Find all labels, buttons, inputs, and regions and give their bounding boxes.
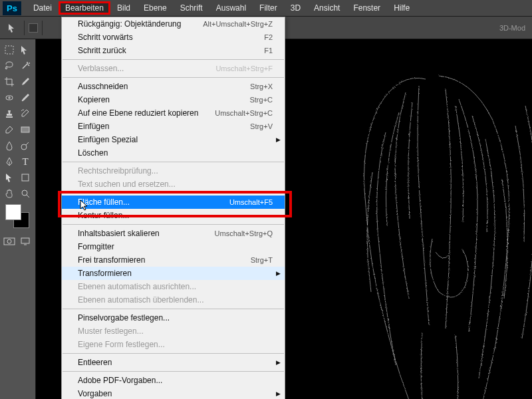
menu-image[interactable]: Bild [110,1,137,15]
menu-copy-merged[interactable]: Auf eine Ebene reduziert kopierenUmschal… [62,106,285,120]
chevron-right-icon: ▶ [276,359,281,366]
separator [63,224,284,225]
shape-tool-icon[interactable] [17,170,33,186]
menu-purge[interactable]: Entleeren▶ [62,356,285,369]
edit-menu-dropdown: Rückgängig: ObjektänderungAlt+Umschalt+S… [61,17,285,399]
menu-auto-blend: Ebenen automatisch überblenden... [62,293,285,307]
menu-paste[interactable]: EinfügenStrg+V [62,120,285,133]
menu-paste-special[interactable]: Einfügen Spezial▶ [62,133,285,146]
move-tool-icon[interactable] [5,21,20,35]
menu-filter[interactable]: Filter [253,1,284,15]
hand-tool-icon[interactable] [1,186,17,201]
svg-point-5 [22,190,27,196]
menu-step-backward[interactable]: Schritt zurückF1 [62,44,285,57]
menu-fade: Verblassen...Umschalt+Strg+F [62,62,285,75]
pen-tool-icon[interactable] [1,154,17,170]
svg-rect-8 [21,238,29,243]
color-swatches[interactable] [5,204,30,231]
eyedropper-tool-icon[interactable] [17,74,33,90]
brush-tool-icon[interactable] [17,90,33,106]
menu-clear[interactable]: Löschen [62,146,285,160]
menu-define-shape: Eigene Form festlegen... [62,338,285,351]
svg-point-7 [7,239,11,243]
type-tool-icon[interactable]: T [17,154,33,170]
chevron-right-icon: ▶ [276,136,281,143]
menu-layer[interactable]: Ebene [137,1,174,15]
menu-content-aware-scale[interactable]: Inhaltsbasiert skalierenUmschalt+Strg+Q [62,227,285,240]
auto-select-checkbox[interactable] [29,23,38,33]
menu-step-forward[interactable]: Schritt vorwärtsF2 [62,31,285,44]
document-image [306,39,532,399]
svg-rect-2 [21,127,29,132]
tools-panel: T [0,39,36,399]
menu-cut[interactable]: AusschneidenStrg+X [62,80,285,93]
svg-rect-4 [22,174,29,181]
menu-free-transform[interactable]: Frei transformierenStrg+T [62,253,285,267]
separator [42,21,43,35]
svg-point-3 [21,144,27,150]
separator [63,59,284,60]
menu-define-brush[interactable]: Pinselvorgabe festlegen... [62,311,285,325]
wand-tool-icon[interactable] [17,58,33,74]
menu-file[interactable]: Datei [27,1,59,15]
marquee-tool-icon[interactable] [1,42,17,58]
menu-presets[interactable]: Vorgaben▶ [62,387,285,399]
app-badge: Ps [3,1,21,15]
menu-stroke[interactable]: Kontur füllen... [62,209,285,222]
crop-tool-icon[interactable] [1,74,17,90]
menu-puppet-warp[interactable]: Formgitter [62,240,285,253]
svg-rect-0 [5,46,13,54]
menu-help[interactable]: Hilfe [387,1,416,15]
separator [24,21,25,35]
menu-copy[interactable]: KopierenStrg+C [62,93,285,106]
separator [63,193,284,194]
eraser-tool-icon[interactable] [1,122,17,138]
blur-tool-icon[interactable] [1,138,17,154]
screenmode-icon[interactable] [17,233,33,249]
menu-window[interactable]: Fenster [346,1,387,15]
separator [63,77,284,78]
separator [63,371,284,372]
menu-find-replace: Text suchen und ersetzen... [62,178,285,191]
menu-fill[interactable]: Fläche füllen...Umschalt+F5 [62,196,285,209]
menu-edit[interactable]: Bearbeiten [59,1,110,15]
mode-label: 3D-Mod [499,24,525,32]
chevron-right-icon: ▶ [276,390,281,397]
quickmask-icon[interactable] [1,233,17,249]
healing-tool-icon[interactable] [1,90,17,106]
foreground-color-swatch[interactable] [5,204,21,220]
lasso-tool-icon[interactable] [1,58,17,74]
zoom-tool-icon[interactable] [17,186,33,201]
menu-auto-align: Ebenen automatisch ausrichten... [62,280,285,293]
menu-undo[interactable]: Rückgängig: ObjektänderungAlt+Umschalt+S… [62,17,285,31]
path-select-tool-icon[interactable] [1,170,17,186]
menu-bar: Ps Datei Bearbeiten Bild Ebene Schrift A… [0,0,532,17]
menu-view[interactable]: Ansicht [307,1,346,15]
stamp-tool-icon[interactable] [1,106,17,122]
history-brush-tool-icon[interactable] [17,106,33,122]
menu-transform[interactable]: Transformieren▶ [62,267,285,280]
menu-select[interactable]: Auswahl [209,1,253,15]
gradient-tool-icon[interactable] [17,122,33,138]
menu-3d[interactable]: 3D [284,1,307,15]
menu-type[interactable]: Schrift [174,1,209,15]
separator [63,353,284,354]
dodge-tool-icon[interactable] [17,138,33,154]
separator [63,309,284,309]
menu-spellcheck: Rechtschreibprüfung... [62,164,285,178]
chevron-right-icon: ▶ [276,270,281,277]
separator [63,162,284,162]
move-tool-icon[interactable] [17,42,33,58]
menu-define-pattern: Muster festlegen... [62,325,285,338]
menu-pdf-presets[interactable]: Adobe PDF-Vorgaben... [62,374,285,387]
